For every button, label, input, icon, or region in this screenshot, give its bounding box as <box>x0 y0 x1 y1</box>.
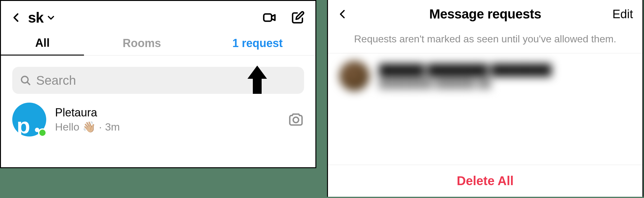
svg-rect-0 <box>264 14 272 21</box>
preview-time: 3m <box>105 121 120 133</box>
presence-indicator-icon <box>38 128 47 137</box>
camera-icon[interactable] <box>288 111 304 128</box>
chevron-down-icon[interactable] <box>47 13 55 22</box>
annotation-arrow-icon <box>247 66 267 94</box>
svg-line-2 <box>27 82 30 85</box>
tab-requests[interactable]: 1 request <box>200 31 315 55</box>
account-switcher-label[interactable]: sk <box>28 9 43 26</box>
back-icon[interactable] <box>337 9 369 19</box>
request-preview: ████████ ██████ ██ <box>379 78 631 88</box>
requests-header: Message requests Edit <box>328 0 642 27</box>
inbox-tabs: All Rooms 1 request <box>1 31 315 56</box>
request-name: ██████ ████████ ████████ <box>379 64 631 76</box>
inbox-header: sk <box>1 1 315 31</box>
preview-separator: · <box>99 121 102 133</box>
tab-rooms[interactable]: Rooms <box>84 31 200 55</box>
tab-all[interactable]: All <box>1 31 84 56</box>
back-icon[interactable] <box>10 12 22 24</box>
conversation-preview: Hello 👋🏼 · 3m <box>55 120 288 133</box>
conversation-text: Pletaura Hello 👋🏼 · 3m <box>55 106 288 133</box>
request-text: ██████ ████████ ████████ ████████ ██████… <box>379 64 631 88</box>
requests-note: Requests aren't marked as seen until you… <box>328 27 642 53</box>
video-call-icon[interactable] <box>261 9 278 26</box>
wave-emoji-icon: 👋🏼 <box>82 120 96 133</box>
edit-button[interactable]: Edit <box>602 8 633 21</box>
conversation-row[interactable]: p Pletaura Hello 👋🏼 · 3m <box>1 94 315 145</box>
dm-inbox-screen: sk All Rooms 1 request Search <box>0 0 316 168</box>
page-title: Message requests <box>369 7 602 22</box>
avatar <box>339 61 369 91</box>
search-placeholder: Search <box>36 73 76 88</box>
conversation-name: Pletaura <box>55 106 288 119</box>
preview-text: Hello <box>55 121 79 133</box>
message-requests-screen: Message requests Edit Requests aren't ma… <box>327 0 643 197</box>
avatar-initial: p <box>17 113 30 138</box>
avatar: p <box>12 103 46 136</box>
compose-icon[interactable] <box>290 9 306 26</box>
request-row[interactable]: ██████ ████████ ████████ ████████ ██████… <box>328 53 642 99</box>
search-icon <box>20 75 31 86</box>
svg-point-3 <box>293 117 298 122</box>
delete-all-button[interactable]: Delete All <box>328 165 642 197</box>
